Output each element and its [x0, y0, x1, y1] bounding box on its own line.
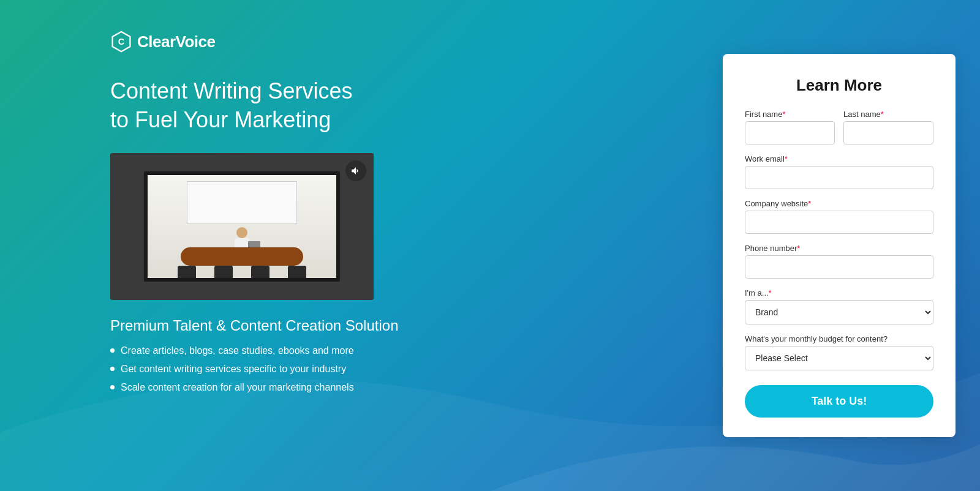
bullet-list: Create articles, blogs, case studies, eb…: [110, 345, 686, 393]
first-name-label: First name*: [745, 110, 835, 119]
list-item: Get content writing services specific to…: [110, 364, 686, 375]
budget-label: What's your monthly budget for content?: [745, 334, 933, 343]
logo: C ClearVoice: [110, 31, 686, 53]
company-website-group: Company website*: [745, 199, 933, 234]
form-title: Learn More: [745, 76, 933, 95]
name-row: First name* Last name*: [745, 110, 933, 144]
company-website-label: Company website*: [745, 199, 933, 208]
last-name-input[interactable]: [843, 121, 933, 144]
phone-number-input[interactable]: [745, 255, 933, 279]
form-card: Learn More First name* Last name*: [723, 54, 956, 437]
work-email-label: Work email*: [745, 154, 933, 163]
budget-group: What's your monthly budget for content? …: [745, 334, 933, 370]
bullet-dot: [110, 348, 115, 353]
budget-select[interactable]: Please Select Less than $1,000 $1,000 - …: [745, 346, 933, 370]
list-item: Scale content creation for all your mark…: [110, 382, 686, 393]
last-name-label: Last name*: [843, 110, 933, 119]
headline: Content Writing Services to Fuel Your Ma…: [110, 77, 374, 135]
left-panel: C ClearVoice Content Writing Services to…: [0, 0, 723, 491]
sound-icon: [350, 165, 361, 176]
video-thumbnail[interactable]: [110, 153, 374, 300]
work-email-input[interactable]: [745, 166, 933, 189]
im-a-select[interactable]: Brand Agency Freelancer: [745, 300, 933, 324]
logo-text: ClearVoice: [137, 32, 215, 51]
svg-text:C: C: [118, 37, 124, 47]
submit-button[interactable]: Talk to Us!: [745, 385, 933, 418]
phone-number-label: Phone number*: [745, 244, 933, 253]
work-email-group: Work email*: [745, 154, 933, 189]
subheadline: Premium Talent & Content Creation Soluti…: [110, 317, 686, 334]
list-item: Create articles, blogs, case studies, eb…: [110, 345, 686, 356]
right-panel: Learn More First name* Last name*: [723, 0, 980, 491]
bullet-dot: [110, 367, 115, 371]
last-name-group: Last name*: [843, 110, 933, 144]
bullet-dot: [110, 385, 115, 389]
im-a-group: I'm a...* Brand Agency Freelancer: [745, 288, 933, 324]
clearvoice-logo-icon: C: [110, 31, 132, 53]
im-a-label: I'm a...*: [745, 288, 933, 298]
first-name-group: First name*: [745, 110, 835, 144]
phone-number-group: Phone number*: [745, 244, 933, 279]
first-name-input[interactable]: [745, 121, 835, 144]
sound-button[interactable]: [345, 160, 366, 181]
company-website-input[interactable]: [745, 211, 933, 234]
